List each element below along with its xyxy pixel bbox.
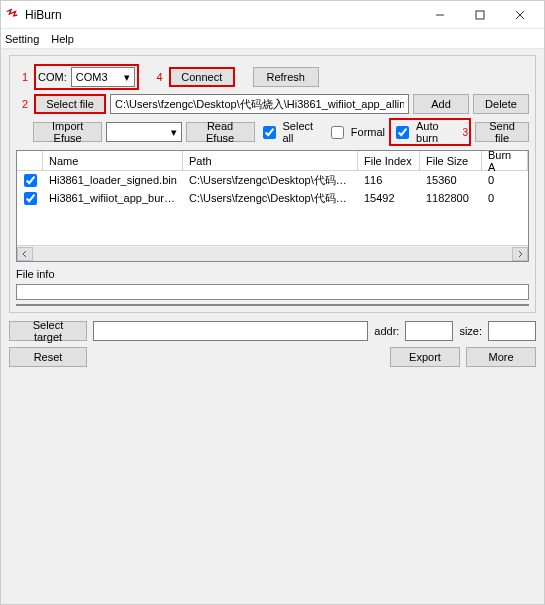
delete-button[interactable]: Delete <box>473 94 529 114</box>
chevron-down-icon: ▾ <box>124 71 130 84</box>
row-name: Hi3861_wifiiot_app_burn... <box>43 192 183 204</box>
row-checkbox-cell <box>17 171 43 190</box>
annotation-1: 1 <box>16 71 28 83</box>
target-row: Select target addr: size: <box>9 321 536 341</box>
action-row: Reset Export More <box>9 347 536 367</box>
menubar: Setting Help <box>1 29 544 49</box>
app-icon <box>5 8 19 22</box>
import-efuse-button[interactable]: Import Efuse <box>33 122 102 142</box>
col-name[interactable]: Name <box>43 151 183 170</box>
col-check[interactable] <box>17 151 43 170</box>
col-file-size[interactable]: File Size <box>420 151 482 170</box>
row-file-index: 15492 <box>358 192 420 204</box>
row-path: C:\Users\fzengc\Desktop\代码烧入\... <box>183 173 358 188</box>
size-input[interactable] <box>488 321 536 341</box>
svg-rect-1 <box>476 11 484 19</box>
com-value: COM3 <box>76 71 108 83</box>
file-row: 2 Select file Add Delete <box>16 94 529 114</box>
file-table: Name Path File Index File Size Burn A Hi… <box>16 150 529 262</box>
com-row: 1 COM: COM3 ▾ 4 Connect Refresh <box>16 64 529 90</box>
select-file-button[interactable]: Select file <box>34 94 106 114</box>
chevron-right-icon <box>517 251 523 257</box>
maximize-button[interactable] <box>460 1 500 29</box>
efuse-combo[interactable]: ▾ <box>106 122 182 142</box>
refresh-button[interactable]: Refresh <box>253 67 319 87</box>
export-button[interactable]: Export <box>390 347 460 367</box>
row-burn-addr: 0 <box>482 174 528 186</box>
col-path[interactable]: Path <box>183 151 358 170</box>
com-label: COM: <box>38 71 67 83</box>
log-textarea[interactable] <box>16 304 529 306</box>
row-checkbox[interactable] <box>24 192 37 205</box>
close-button[interactable] <box>500 1 540 29</box>
formal-label: Formal <box>351 126 385 138</box>
add-button[interactable]: Add <box>413 94 469 114</box>
app-window: HiBurn Setting Help 1 COM: COM3 ▾ <box>0 0 545 605</box>
scroll-track[interactable] <box>33 247 512 261</box>
bottom-area: Select target addr: size: Reset Export M… <box>9 321 536 371</box>
reset-button[interactable]: Reset <box>9 347 87 367</box>
auto-burn-checkbox[interactable]: Auto burn 3 <box>389 118 471 146</box>
horizontal-scrollbar[interactable] <box>17 245 528 261</box>
connect-button[interactable]: Connect <box>169 67 235 87</box>
row-path: C:\Users\fzengc\Desktop\代码烧入\... <box>183 191 358 206</box>
menu-help[interactable]: Help <box>51 33 74 45</box>
minimize-icon <box>435 10 445 20</box>
col-file-index[interactable]: File Index <box>358 151 420 170</box>
target-path-input[interactable] <box>93 321 368 341</box>
formal-checkbox[interactable]: Formal <box>327 123 385 142</box>
close-icon <box>515 10 525 20</box>
scroll-left-button[interactable] <box>17 247 33 261</box>
read-efuse-button[interactable]: Read Efuse <box>186 122 255 142</box>
com-select[interactable]: COM3 ▾ <box>71 67 135 87</box>
com-group: COM: COM3 ▾ <box>34 64 139 90</box>
minimize-button[interactable] <box>420 1 460 29</box>
addr-label: addr: <box>374 325 399 337</box>
file-info-label: File info <box>16 268 529 280</box>
select-target-button[interactable]: Select target <box>9 321 87 341</box>
file-path-input[interactable] <box>110 94 409 114</box>
row-checkbox[interactable] <box>24 174 37 187</box>
file-info-strip <box>16 284 529 300</box>
row-file-index: 116 <box>358 174 420 186</box>
table-header: Name Path File Index File Size Burn A <box>17 151 528 171</box>
size-label: size: <box>459 325 482 337</box>
row-name: Hi3861_loader_signed.bin <box>43 174 183 186</box>
select-all-checkbox-input[interactable] <box>263 126 276 139</box>
addr-input[interactable] <box>405 321 453 341</box>
row-checkbox-cell <box>17 189 43 208</box>
formal-checkbox-input[interactable] <box>331 126 344 139</box>
row-burn-addr: 0 <box>482 192 528 204</box>
send-file-button[interactable]: Send file <box>475 122 529 142</box>
col-burn-addr[interactable]: Burn A <box>482 151 528 170</box>
row-file-size: 15360 <box>420 174 482 186</box>
chevron-down-icon: ▾ <box>171 126 177 139</box>
auto-burn-checkbox-input[interactable] <box>396 126 409 139</box>
window-title: HiBurn <box>25 8 62 22</box>
menu-setting[interactable]: Setting <box>5 33 39 45</box>
content-area: 1 COM: COM3 ▾ 4 Connect Refresh 2 Select… <box>1 49 544 604</box>
annotation-4: 4 <box>151 71 163 83</box>
row-file-size: 1182800 <box>420 192 482 204</box>
titlebar: HiBurn <box>1 1 544 29</box>
maximize-icon <box>475 10 485 20</box>
table-row[interactable]: Hi3861_loader_signed.binC:\Users\fzengc\… <box>17 171 528 189</box>
top-panel: 1 COM: COM3 ▾ 4 Connect Refresh 2 Select… <box>9 55 536 313</box>
scroll-right-button[interactable] <box>512 247 528 261</box>
annotation-2: 2 <box>16 98 28 110</box>
table-body: Hi3861_loader_signed.binC:\Users\fzengc\… <box>17 171 528 245</box>
auto-burn-label: Auto burn <box>416 120 459 144</box>
chevron-left-icon <box>22 251 28 257</box>
more-button[interactable]: More <box>466 347 536 367</box>
annotation-3: 3 <box>463 127 469 138</box>
efuse-row: Import Efuse ▾ Read Efuse Select all For… <box>16 118 529 146</box>
select-all-checkbox[interactable]: Select all <box>259 120 323 144</box>
select-all-label: Select all <box>283 120 323 144</box>
table-row[interactable]: Hi3861_wifiiot_app_burn...C:\Users\fzeng… <box>17 189 528 207</box>
